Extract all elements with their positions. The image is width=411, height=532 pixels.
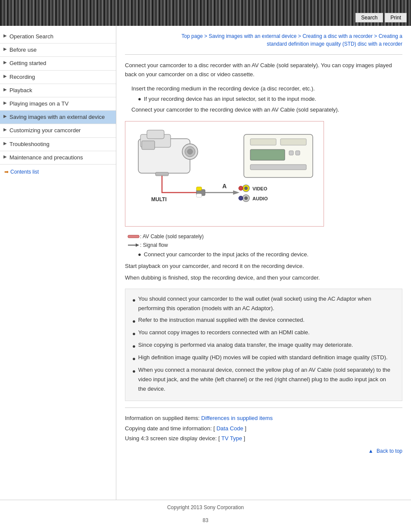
svg-rect-6 [142,141,155,149]
audio-jack [243,195,249,202]
footer-link-1-prefix: Information on supplied items: [125,415,201,421]
contents-list-label: Contents list [10,169,39,175]
sidebar-item-customizing[interactable]: ▶ Customizing your camcorder [0,124,116,137]
svg-rect-16 [250,165,306,170]
note-6: ● When you connect a monaural device, co… [132,365,395,394]
sidebar-item-recording[interactable]: ▶ Recording [0,71,116,84]
svg-point-21 [239,186,243,190]
multi-label: MULTI [151,196,167,202]
page-number: 83 [0,515,411,526]
svg-rect-15 [296,151,300,155]
av-cable-icon [127,233,140,240]
sidebar-item-before-use[interactable]: ▶ Before use [0,44,116,57]
connection-diagram: A [130,126,319,221]
main-content: Top page > Saving images with an externa… [116,26,411,500]
sidebar-item-maintenance[interactable]: ▶ Maintenance and precautions [0,151,116,165]
page-body: ▶ Operation Search ▶ Before use ▶ Gettin… [0,26,411,500]
sidebar-item-label: Maintenance and precautions [9,154,83,162]
bullet-icon: ● [138,95,141,104]
svg-marker-9 [233,190,240,195]
note-3: ● You cannot copy images to recorders co… [132,328,395,339]
caption-connect-bullet: ● Connect your camcorder to the input ja… [138,250,402,259]
step4-text: When dubbing is finished, stop the recor… [125,274,402,283]
diagram: A [125,121,324,227]
sidebar-item-saving-images[interactable]: ▶ Saving images with an external device [0,111,116,124]
footer-link-2-prefix: Copying date and time information: [ [125,425,215,432]
diagram-container: A [125,121,402,227]
bullet-icon: ● [132,342,136,351]
notes-box: ● You should connect your camcorder to t… [125,289,402,401]
svg-rect-13 [250,149,285,160]
step1-bullet-text: If your recording device has an input se… [144,95,316,104]
sidebar-item-playing-images[interactable]: ▶ Playing images on a TV [0,97,116,111]
sidebar-arrow: ▶ [3,127,7,132]
footer-link-2: Copying date and time information: [ Dat… [125,423,402,433]
note-4: ● Since copying is performed via analog … [132,340,395,351]
breadcrumb-creating-disc[interactable]: Creating a disc with a recorder [302,33,373,39]
note-5-text: High definition image quality (HD) movie… [138,353,388,362]
svg-rect-14 [289,151,293,155]
header-button-group: Search Print [355,13,407,22]
tv-type-link[interactable]: TV Type [221,435,242,442]
sidebar-item-label: Saving images with an external device [9,113,105,121]
sidebar: ▶ Operation Search ▶ Before use ▶ Gettin… [0,26,116,500]
sidebar-item-label: Playback [9,87,32,94]
breadcrumb-saving-images[interactable]: Saving images with an external device [209,33,296,39]
contents-list-arrow-icon: ➡ [4,169,9,175]
back-to-top[interactable]: ▲ Back to top [125,447,402,456]
note-2: ● Refer to the instruction manual suppli… [132,315,395,326]
svg-rect-23 [196,187,202,190]
note-4-text: Since copying is performed via analog da… [138,340,353,350]
svg-point-22 [239,196,243,200]
sidebar-item-label: Operation Search [9,33,53,40]
note-3-text: You cannot copy images to recorders conn… [138,328,310,337]
note-6-text: When you connect a monaural device, conn… [138,365,395,394]
footer-link-3-prefix: Using 4:3 screen size display device: [ [125,435,220,442]
sidebar-item-getting-started[interactable]: ▶ Getting started [0,57,116,70]
bullet-icon: ● [132,367,136,376]
caption-av-cable: : AV Cable (sold separately) [127,233,402,240]
footer-link-3-suffix: ] [244,435,246,442]
header: Search Print [0,0,411,26]
sidebar-arrow: ▶ [3,141,7,146]
sidebar-arrow: ▶ [3,114,7,118]
step2-text: Connect your camcorder to the recording … [131,106,402,115]
video-label: VIDEO [252,186,268,191]
footer-link-2-suffix: ] [245,425,246,432]
sidebar-arrow: ▶ [3,33,7,38]
sidebar-arrow: ▶ [3,87,7,92]
sidebar-item-label: Customizing your camcorder [9,127,81,134]
note-2-text: Refer to the instruction manual supplied… [138,315,305,325]
differences-link[interactable]: Differences in supplied items [201,415,273,421]
note-1: ● You should connect your camcorder to t… [132,294,395,313]
audio-label: AUDIO [252,196,268,201]
search-button[interactable]: Search [355,13,383,22]
sidebar-arrow: ▶ [3,74,7,78]
top-divider [125,54,402,55]
sidebar-item-playback[interactable]: ▶ Playback [0,84,116,97]
svg-rect-5 [147,130,164,139]
back-to-top-label[interactable]: Back to top [377,448,402,454]
bullet-icon: ● [132,317,136,326]
step1-bullet: ● If your recording device has an input … [138,95,402,104]
sidebar-arrow: ▶ [3,100,7,105]
label-a: A [222,183,227,190]
svg-rect-25 [128,235,139,238]
intro-text: Connect your camcorder to a disc recorde… [125,61,402,79]
svg-marker-27 [136,243,139,247]
caption-signal-flow: : Signal flow [127,242,402,249]
sidebar-item-troubleshooting[interactable]: ▶ Troubleshooting [0,138,116,151]
contents-list-link[interactable]: ➡ Contents list [0,165,116,179]
bullet-icon: ● [132,354,136,364]
video-jack [243,185,249,192]
step1-text: Insert the recording medium in the recor… [131,84,402,93]
breadcrumb-top-page[interactable]: Top page [181,33,202,39]
caption-signal-flow-text: : Signal flow [140,242,168,248]
print-button[interactable]: Print [385,13,407,22]
sidebar-arrow: ▶ [3,154,7,159]
sidebar-arrow: ▶ [3,47,7,51]
svg-rect-12 [280,139,306,145]
data-code-link[interactable]: Data Code [216,425,243,432]
back-to-top-icon: ▲ [368,448,374,454]
sidebar-item-operation-search[interactable]: ▶ Operation Search [0,30,116,44]
